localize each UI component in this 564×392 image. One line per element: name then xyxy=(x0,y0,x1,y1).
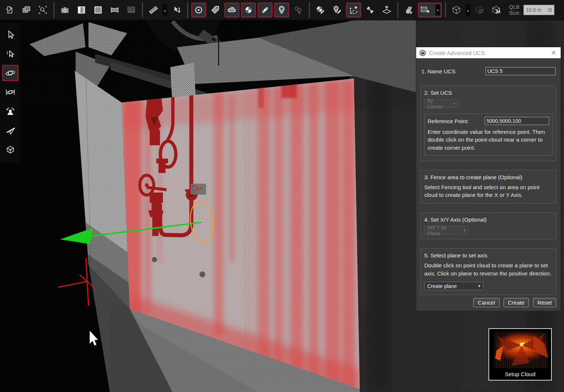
create-advanced-ucs-dialog: Create Advanced UCS ✕ 1. Name UCS 2. Set… xyxy=(416,47,561,311)
set-ucs-label: 2. Set UCS xyxy=(424,90,553,96)
plane-help: Double click on point cloud to create a … xyxy=(424,261,553,277)
axis-label: 4. Set X/Y Axis (Optional) xyxy=(424,216,553,223)
view-cube-icon[interactable] xyxy=(2,142,18,158)
svg-text:M: M xyxy=(497,9,500,14)
reset-button[interactable]: Reset xyxy=(533,298,556,307)
zoom-extents-icon[interactable] xyxy=(35,3,50,17)
orbit-axis-icon[interactable] xyxy=(2,84,18,100)
fence-selection-dropdown-icon[interactable]: ▾ xyxy=(435,4,440,15)
measure-dropdown-icon[interactable]: ▾ xyxy=(163,4,167,16)
fence-label: 3. Fence area to create plane (Optional) xyxy=(424,174,553,180)
chevron-down-icon: ▾ xyxy=(453,101,455,106)
app-target-icon xyxy=(419,49,426,56)
plane-label: 5. Select plane to set axis xyxy=(424,252,553,259)
chevron-down-icon: ▾ xyxy=(463,228,466,233)
spinner-icon[interactable] xyxy=(547,7,552,13)
dialog-title: Create Advanced UCS xyxy=(429,50,547,56)
image-icon[interactable] xyxy=(124,3,139,17)
main-toolbar: ▾ xyxy=(0,0,564,20)
geotag-icon[interactable] xyxy=(274,3,289,17)
new-project-icon[interactable] xyxy=(2,3,17,17)
measure-icon[interactable] xyxy=(146,3,161,17)
create-ucs-icon[interactable] xyxy=(346,3,361,17)
plane-section: 5. Select plane to set axis Double click… xyxy=(421,248,556,295)
orbit-icon[interactable] xyxy=(2,65,18,81)
cancel-button[interactable]: Cancel xyxy=(473,298,499,307)
filter-icon[interactable] xyxy=(291,3,306,17)
axis-dropdown-value: Set Y by Plane xyxy=(427,225,460,236)
plane-detect-icon[interactable] xyxy=(379,3,394,17)
dialog-titlebar[interactable]: Create Advanced UCS ✕ xyxy=(416,47,561,58)
screenshot-icon[interactable] xyxy=(58,3,72,17)
look-around-icon[interactable] xyxy=(2,103,18,119)
select-icon[interactable] xyxy=(2,27,18,43)
axis-dropdown[interactable]: Set Y by Plane ▾ xyxy=(424,226,469,235)
cloud-icon[interactable] xyxy=(224,3,239,17)
name-ucs-input[interactable] xyxy=(485,67,556,75)
point-icon[interactable] xyxy=(191,3,206,17)
axis-section: 4. Set X/Y Axis (Optional) Set Y by Plan… xyxy=(421,212,556,239)
plane-dropdown-value: Create plane xyxy=(427,283,457,289)
caliper-icon[interactable] xyxy=(363,3,377,17)
panorama-icon[interactable] xyxy=(107,3,122,17)
limit-box-icon[interactable] xyxy=(449,3,464,17)
set-ucs-dropdown[interactable]: By Corner ▾ xyxy=(424,99,458,108)
limit-box-manager-icon[interactable]: M xyxy=(489,3,504,17)
tag-icon[interactable] xyxy=(208,3,223,17)
create-button[interactable]: Create xyxy=(504,298,529,307)
setup-cloud-panel[interactable]: Setup Cloud xyxy=(488,328,552,381)
fence-help: Select Fencing tool and select an area o… xyxy=(424,183,553,199)
set-ucs-section: 2. Set UCS By Corner ▾ Reference Point: … xyxy=(421,86,556,161)
set-ucs-dropdown-value: By Corner xyxy=(427,98,449,110)
plane-dropdown[interactable]: Create plane ▾ xyxy=(424,282,483,290)
split-view-icon[interactable] xyxy=(74,3,89,17)
navigation-palette xyxy=(0,23,20,162)
setup-cloud-thumbnail xyxy=(489,329,551,370)
name-ucs-label: 1. Name UCS xyxy=(421,68,456,74)
windows-icon[interactable] xyxy=(19,3,34,17)
origin-icon[interactable] xyxy=(241,3,256,17)
edit-origin-icon[interactable] xyxy=(313,3,328,17)
limit-box-history-icon[interactable] xyxy=(472,3,487,17)
reference-point-help: Enter coordinate value for reference poi… xyxy=(428,128,549,152)
reference-point-input[interactable] xyxy=(485,117,549,125)
qlb-size-label: QLBSize: xyxy=(509,4,521,16)
fly-icon[interactable] xyxy=(2,122,18,139)
chevron-down-icon: ▾ xyxy=(478,284,480,288)
setup-cloud-label: Setup Cloud xyxy=(505,371,536,377)
probe-icon[interactable] xyxy=(169,3,184,17)
close-icon[interactable]: ✕ xyxy=(550,50,558,56)
fence-section: 3. Fence area to create plane (Optional)… xyxy=(421,170,556,204)
appearance-filter-icon[interactable] xyxy=(401,3,416,17)
qlb-size-input[interactable]: 10.0 m xyxy=(523,5,554,15)
limit-box-dropdown-icon[interactable]: ▾ xyxy=(466,4,470,16)
edit-geotag-icon[interactable] xyxy=(330,3,344,17)
link-icon[interactable] xyxy=(258,3,272,17)
point-select-icon[interactable] xyxy=(2,46,18,62)
single-view-icon[interactable] xyxy=(91,3,105,17)
fence-selection-icon[interactable]: ▾ xyxy=(418,3,442,17)
reference-point-group: Reference Point: Enter coordinate value … xyxy=(424,114,553,156)
reference-point-label: Reference Point: xyxy=(428,118,469,124)
